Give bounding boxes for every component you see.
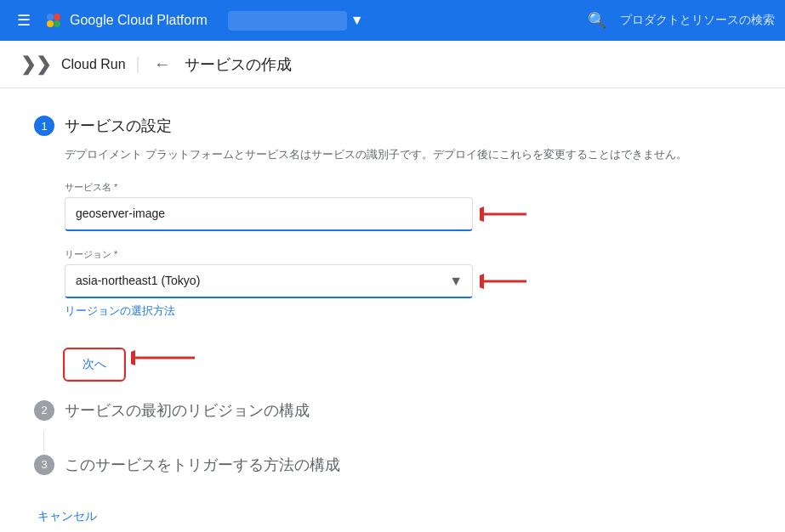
- arrow-service-name: [480, 201, 531, 227]
- cloud-run-logo: ❯❯: [20, 54, 51, 76]
- step-1-section: 1 サービスの設定 デプロイメント プラットフォームとサービス名はサービスの識別…: [34, 116, 751, 380]
- gcp-logo-icon: [44, 11, 63, 30]
- search-icon[interactable]: 🔍: [581, 4, 613, 37]
- next-button-row: 次へ: [65, 336, 751, 380]
- search-placeholder: プロダクトとリソースの検索: [620, 13, 775, 28]
- region-selection-link[interactable]: リージョンの選択方法: [65, 303, 175, 319]
- svg-point-0: [47, 14, 54, 20]
- service-name-input[interactable]: [65, 197, 473, 231]
- service-name-label: サービス名 *: [65, 181, 751, 194]
- arrow-next-button: [131, 345, 199, 371]
- region-select-wrapper: asia-northeast1 (Tokyo) us-central1 (Iow…: [65, 264, 473, 298]
- back-button[interactable]: ←: [151, 51, 174, 77]
- subheader-service-name: Cloud Run: [61, 57, 126, 72]
- step-divider: [43, 431, 751, 451]
- project-dropdown-arrow[interactable]: ▼: [350, 13, 364, 28]
- service-name-group: サービス名 *: [65, 181, 751, 231]
- subheader-divider: |: [136, 54, 140, 74]
- step-1-header: 1 サービスの設定: [34, 116, 751, 136]
- page-title: サービスの作成: [185, 54, 292, 75]
- topbar: ☰ Google Cloud Platform ▼ 🔍 プロダクトとリソースの検…: [0, 0, 785, 41]
- step-1-number: 1: [34, 116, 54, 136]
- step-3-number: 3: [34, 455, 54, 475]
- menu-icon[interactable]: ☰: [10, 4, 37, 37]
- svg-point-1: [54, 14, 60, 20]
- project-input[interactable]: [228, 11, 347, 31]
- cancel-row: キャンセル: [34, 502, 751, 531]
- step-2-section: 2 サービスの最初のリビジョンの構成: [34, 400, 751, 421]
- step-3-header: 3 このサービスをトリガーする方法の構成: [34, 455, 751, 475]
- next-button[interactable]: 次へ: [65, 349, 124, 380]
- topbar-title: Google Cloud Platform: [70, 13, 208, 28]
- region-select[interactable]: asia-northeast1 (Tokyo) us-central1 (Iow…: [65, 264, 473, 298]
- step-3-title: このサービスをトリガーする方法の構成: [65, 455, 340, 475]
- svg-point-3: [54, 20, 60, 27]
- step-2-header: 2 サービスの最初のリビジョンの構成: [34, 400, 751, 421]
- region-label: リージョン *: [65, 248, 751, 261]
- service-name-row: [65, 197, 751, 231]
- step-3-section: 3 このサービスをトリガーする方法の構成: [34, 455, 751, 475]
- svg-point-2: [47, 20, 54, 27]
- project-selector[interactable]: ▼: [228, 11, 364, 31]
- arrow-region: [480, 269, 531, 294]
- main-content: 1 サービスの設定 デプロイメント プラットフォームとサービス名はサービスの識別…: [0, 88, 785, 532]
- region-group: リージョン * asia-northeast1 (Tokyo) us-centr…: [65, 248, 751, 319]
- topbar-logo: Google Cloud Platform: [44, 11, 208, 30]
- region-row: asia-northeast1 (Tokyo) us-central1 (Iow…: [65, 264, 751, 298]
- step-1-title: サービスの設定: [65, 116, 172, 136]
- subheader: ❯❯ Cloud Run | ← サービスの作成: [0, 41, 785, 88]
- cancel-button[interactable]: キャンセル: [34, 502, 100, 531]
- step-2-number: 2: [34, 400, 54, 421]
- step-1-body: サービス名 * リージョン *: [65, 181, 751, 380]
- step-1-description: デプロイメント プラットフォームとサービス名はサービスの識別子です。デプロイ後に…: [65, 146, 751, 164]
- step-2-title: サービスの最初のリビジョンの構成: [65, 400, 310, 421]
- cloud-run-icon: ❯❯: [20, 54, 51, 76]
